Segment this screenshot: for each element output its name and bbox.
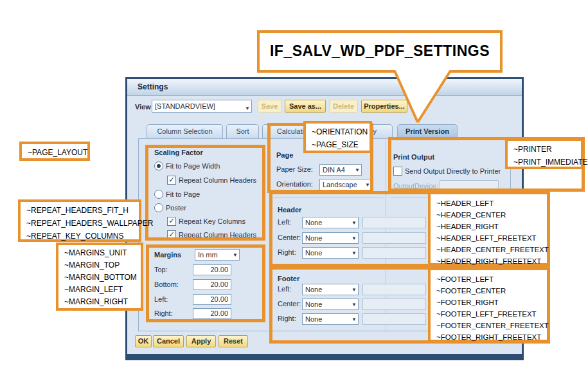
annotation-label: ~HEADER_RIGHT xyxy=(436,221,547,232)
annotation-label: ~REPEAT_HEADERS_FIT_H xyxy=(26,204,139,217)
delete-button: Delete xyxy=(329,100,358,113)
callout-page-layout: ~PAGE_LAYOUT xyxy=(19,142,90,161)
callout-margins: ~MARGINS_UNIT ~MARGIN_TOP ~MARGIN_BOTTOM… xyxy=(56,243,143,311)
annotation-label: ~HEADER_LEFT_FREETEXT xyxy=(436,232,547,244)
annotation-label: ~PAGE_LAYOUT xyxy=(28,146,87,159)
annotation-label: ~HEADER_LEFT xyxy=(436,198,547,209)
annotation-label: ~MARGIN_RIGHT xyxy=(64,296,141,308)
tab-print-version[interactable]: Print Version xyxy=(397,124,458,138)
save-as-button[interactable]: Save as... xyxy=(285,100,326,113)
chevron-down-icon: ▼ xyxy=(245,103,250,113)
callout-footer: ~FOOTER_LEFT ~FOOTER_CENTER ~FOOTER_RIGH… xyxy=(428,268,549,342)
annotation-label: ~FOOTER_RIGHT xyxy=(436,297,547,308)
annotation-label: ~MARGIN_BOTTOM xyxy=(64,271,141,284)
annotation-label: ~HEADER_RIGHT_FREETEXT xyxy=(436,255,547,267)
annotation-label: ~FOOTER_CENTER_FREETEXT xyxy=(436,320,547,331)
callout-header: ~HEADER_LEFT ~HEADER_CENTER ~HEADER_RIGH… xyxy=(428,192,549,266)
annotation-bubble: IF_SALV_WD_PDF_SETTINGS xyxy=(257,30,503,73)
annotation-label: ~MARGIN_LEFT xyxy=(64,284,141,296)
annotation-rect-margins xyxy=(146,244,265,322)
annotation-label: ~FOOTER_LEFT xyxy=(436,273,547,285)
annotation-label: ~PAGE_SIZE xyxy=(312,138,370,151)
annotation-label: ~MARGIN_TOP xyxy=(64,259,141,271)
tab-column-selection[interactable]: Column Selection xyxy=(147,124,223,138)
annotation-label: ~HEADER_CENTER xyxy=(436,209,547,221)
annotation-label: ~REPEAT_KEY_COLUMNS xyxy=(26,230,139,243)
ok-button[interactable]: OK xyxy=(135,335,152,347)
view-label: View xyxy=(135,103,151,111)
callout-orientation: ~ORIENTATION ~PAGE_SIZE xyxy=(303,121,372,153)
view-select-value: [STANDARDVIEW] xyxy=(155,102,215,110)
apply-button[interactable]: Apply xyxy=(186,335,216,347)
save-button: Save xyxy=(258,100,281,113)
cancel-button[interactable]: Cancel xyxy=(153,335,184,347)
annotation-label: ~PRINT_IMMEDIATE xyxy=(513,156,581,169)
annotation-label: ~REPEAT_HEADERS_WALLPAPER xyxy=(26,217,139,230)
annotation-label: ~HEADER_CENTER_FREETEXT xyxy=(436,244,547,255)
annotation-label: ~FOOTER_CENTER xyxy=(436,285,547,297)
tab-sort[interactable]: Sort xyxy=(226,124,259,138)
callout-printer: ~PRINTER ~PRINT_IMMEDIATE xyxy=(505,138,584,169)
bubble-pointer-icon xyxy=(386,69,463,124)
reset-button[interactable]: Reset xyxy=(218,335,248,347)
annotation-label: ~ORIENTATION xyxy=(312,125,370,138)
annotation-rect-scaling xyxy=(145,145,265,241)
annotation-label: ~FOOTER_RIGHT_FREETEXT xyxy=(436,331,547,343)
callout-repeat: ~REPEAT_HEADERS_FIT_H ~REPEAT_HEADERS_WA… xyxy=(18,199,141,242)
annotation-label: ~PRINTER xyxy=(513,143,581,156)
view-select[interactable]: [STANDARDVIEW] ▼ xyxy=(152,100,252,113)
annotation-label: ~FOOTER_LEFT_FREETEXT xyxy=(436,308,547,320)
screenshot-canvas: Settings View [STANDARDVIEW] ▼ Save Save… xyxy=(0,0,588,377)
annotation-label: ~MARGINS_UNIT xyxy=(64,247,141,259)
